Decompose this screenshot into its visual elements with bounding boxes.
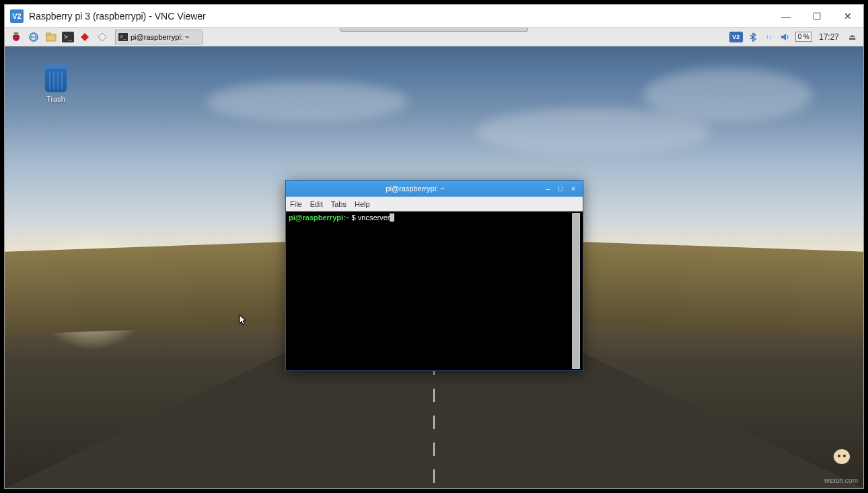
terminal-cursor [390,213,394,222]
vnc-toolbar-handle[interactable] [340,28,528,32]
web-browser-icon[interactable] [27,30,40,44]
mathematica-icon[interactable] [78,30,92,44]
tray-vnc-icon[interactable]: V2 [729,32,743,42]
trash-label: Trash [37,95,75,103]
prompt-dollar: $ [350,213,358,222]
window-minimize-button[interactable]: — [770,5,801,27]
window-maximize-button[interactable]: ☐ [801,5,832,27]
terminal-title: pi@raspberrypi: ~ [290,185,540,193]
terminal-maximize-button[interactable]: □ [555,183,566,194]
terminal-titlebar[interactable]: pi@raspberrypi: ~ – □ × [286,180,583,197]
vnc-app-icon: V2 [10,9,24,23]
terminal-minimize-button[interactable]: – [542,183,553,194]
terminal-scrollbar-thumb[interactable] [573,213,579,369]
terminal-menu-file[interactable]: File [290,200,302,208]
trash-bin-icon [45,68,67,92]
terminal-scrollbar[interactable] [572,213,580,369]
desktop-trash-icon[interactable]: Trash [37,68,75,103]
prompt-user-host: pi@raspberrypi [289,213,343,222]
terminal-menu-edit[interactable]: Edit [310,200,323,208]
terminal-body[interactable]: pi@raspberrypi:~ $ vncserver [286,211,583,370]
terminal-close-button[interactable]: × [568,183,579,194]
vnc-viewer-window: V2 Raspberry pi 3 (raspberrypi) - VNC Vi… [4,4,864,489]
tray-bluetooth-icon[interactable] [747,31,759,43]
terminal-menu-tabs[interactable]: Tabs [331,200,347,208]
terminal-menu-help[interactable]: Help [355,200,370,208]
taskbar-window-label: pi@raspberrypi: ~ [131,33,189,41]
svg-point-2 [17,35,20,38]
tray-eject-icon[interactable]: ⏏ [846,31,858,43]
watermark-text: wsxun.com [824,477,858,484]
svg-rect-8 [46,33,50,35]
tray-network-icon[interactable]: ↑↓ [763,31,775,43]
window-close-button[interactable]: ✕ [832,5,863,27]
prompt-command: vncserver [358,213,390,222]
terminal-launcher-icon[interactable]: >_ [62,32,74,42]
terminal-window[interactable]: pi@raspberrypi: ~ – □ × File Edit Tabs H… [285,180,583,371]
wolfram-icon[interactable] [96,30,109,44]
tray-clock[interactable]: 17:27 [816,32,842,42]
tray-cpu-usage[interactable]: 0 % [795,32,812,42]
window-title: Raspberry pi 3 (raspberrypi) - VNC Viewe… [29,11,770,22]
file-manager-icon[interactable] [44,30,58,44]
remote-desktop[interactable]: >_ >_ pi@raspberrypi: ~ V2 ↑↓ [5,28,863,488]
menu-raspberry-icon[interactable] [9,30,23,44]
svg-point-1 [13,35,15,38]
taskbar-window-entry[interactable]: >_ pi@raspberrypi: ~ [115,30,203,44]
system-tray: V2 ↑↓ 0 % 17:27 ⏏ [729,31,861,43]
svg-point-3 [15,38,17,40]
tray-volume-icon[interactable] [779,31,791,43]
terminal-menubar: File Edit Tabs Help [286,197,583,211]
window-titlebar[interactable]: V2 Raspberry pi 3 (raspberrypi) - VNC Vi… [5,5,863,28]
terminal-mini-icon: >_ [118,33,128,41]
